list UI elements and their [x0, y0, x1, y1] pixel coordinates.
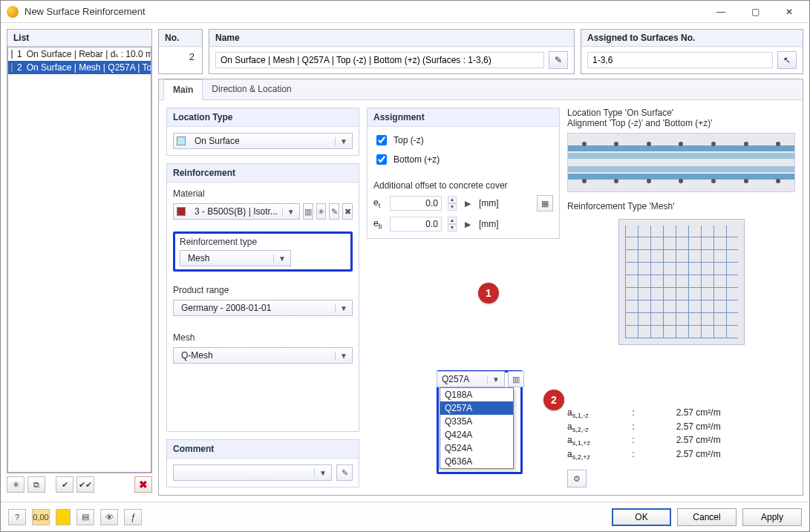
- arrow-icon: ▶: [463, 195, 473, 211]
- mesh-type-caption: Reinforcement Type 'Mesh': [567, 201, 795, 211]
- view-button[interactable]: 👁: [100, 509, 118, 525]
- mesh-code-combo[interactable]: Q257A ▼: [437, 371, 505, 387]
- layers-button[interactable]: ▤: [76, 509, 94, 525]
- material-delete-button[interactable]: ✖: [342, 203, 353, 220]
- mesh-diagram: [618, 219, 745, 345]
- mesh-option[interactable]: Q524A: [440, 441, 513, 455]
- units-button[interactable]: 0,00: [32, 509, 50, 525]
- eb-step-up[interactable]: ▲: [448, 217, 457, 224]
- as-values: as,1,-z:2.57 cm²/m as,2,-z:2.57 cm²/m as…: [567, 407, 795, 461]
- material-edit-button[interactable]: ✎: [329, 203, 339, 220]
- et-input[interactable]: 0.0: [390, 196, 442, 211]
- material-new-button[interactable]: ✳: [316, 203, 327, 220]
- et-step-down[interactable]: ▼: [448, 203, 457, 211]
- mesh-option[interactable]: Q335A: [440, 415, 513, 428]
- chevron-down-icon: ▼: [314, 469, 331, 477]
- delete-item-button[interactable]: ✖: [134, 476, 152, 493]
- chevron-down-icon: ▼: [335, 304, 352, 312]
- apply-button[interactable]: Apply: [742, 508, 802, 526]
- list-toolbar: ✳ ⧉ ✔ ✔✔ ✖: [7, 473, 152, 496]
- list-item[interactable]: 2 On Surface | Mesh | Q257A | Top: [8, 61, 151, 74]
- details-button[interactable]: ⚙: [567, 470, 587, 487]
- close-button[interactable]: ✕: [772, 1, 806, 22]
- color-swatch: [177, 207, 186, 216]
- new-item-button[interactable]: ✳: [7, 476, 25, 493]
- assigned-panel: Assigned to Surfaces No. ↖: [581, 29, 803, 74]
- comment-edit-button[interactable]: ✎: [336, 464, 353, 481]
- reinforcement-type-highlight: Reinforcement type Mesh ▼: [173, 231, 353, 272]
- tab-main[interactable]: Main: [163, 79, 203, 100]
- chevron-down-icon: ▼: [273, 254, 290, 263]
- product-range-combo[interactable]: Germany - 2008-01-01 ▼: [173, 300, 353, 316]
- color-swatch: [11, 50, 13, 59]
- ok-button[interactable]: OK: [612, 508, 671, 526]
- mesh-option[interactable]: Q636A: [440, 455, 513, 468]
- color-swatch: [11, 63, 13, 72]
- comment-header: Comment: [167, 440, 359, 459]
- product-range-label: Product range: [173, 285, 353, 295]
- no-value: 2: [159, 47, 202, 67]
- location-type-combo[interactable]: On Surface ▼: [173, 133, 353, 149]
- location-type-group: Location Type On Surface ▼: [166, 108, 359, 156]
- pick-surfaces-button[interactable]: ↖: [777, 51, 797, 69]
- cancel-button[interactable]: Cancel: [677, 508, 736, 526]
- no-header: No.: [159, 30, 202, 47]
- help-button[interactable]: ?: [8, 509, 26, 525]
- alignment-caption: Alignment 'Top (-z)' and 'Bottom (+z)': [567, 118, 795, 128]
- top-checkbox[interactable]: Top (-z): [373, 133, 553, 148]
- mesh-option[interactable]: Q257A: [440, 401, 513, 415]
- list-header: List: [7, 30, 151, 47]
- material-label: Material: [173, 188, 353, 199]
- mesh-option[interactable]: Q188A: [440, 388, 513, 401]
- annotation-badge-2: 2: [543, 390, 564, 410]
- offset-details-button[interactable]: ▦: [537, 195, 553, 211]
- list-box[interactable]: 1 On Surface | Rebar | dₛ : 10.0 mm 2 On…: [7, 47, 151, 473]
- window-title: New Surface Reinforcement: [25, 6, 704, 17]
- maximize-button[interactable]: ▢: [738, 1, 772, 22]
- comment-combo[interactable]: ▼: [173, 464, 332, 481]
- name-panel: Name ✎: [209, 29, 575, 74]
- location-type-caption: Location Type 'On Surface': [567, 108, 795, 118]
- mesh-library-button[interactable]: ▥: [508, 371, 524, 387]
- bottom-checkbox[interactable]: Bottom (+z): [373, 152, 553, 167]
- section-diagram: [567, 133, 795, 192]
- edit-name-button[interactable]: ✎: [549, 51, 568, 69]
- assignment-group: Assignment Top (-z) Bottom (+z): [367, 108, 560, 239]
- tab-direction-location[interactable]: Direction & Location: [203, 79, 300, 99]
- mesh-option[interactable]: Q424A: [440, 428, 513, 441]
- eb-step-down[interactable]: ▼: [448, 224, 457, 231]
- mesh-type-combo[interactable]: Q-Mesh ▼: [173, 347, 353, 364]
- check-button[interactable]: ✔: [56, 476, 74, 493]
- mesh-code-dropdown[interactable]: Q188A Q257A Q335A Q424A Q524A Q636A: [440, 387, 514, 469]
- annotation-badge-1: 1: [478, 283, 499, 303]
- assigned-header: Assigned to Surfaces No.: [581, 30, 803, 47]
- color-swatch: [177, 137, 186, 145]
- dialog-footer: ? 0,00 ▤ 👁 ƒ OK Cancel Apply: [1, 502, 809, 531]
- script-button[interactable]: ƒ: [124, 509, 142, 525]
- copy-item-button[interactable]: ⧉: [27, 476, 45, 493]
- reinforcement-header: Reinforcement: [167, 164, 359, 183]
- chevron-down-icon: ▼: [487, 375, 504, 384]
- assigned-input[interactable]: [587, 52, 773, 68]
- color-button[interactable]: [56, 509, 71, 525]
- reinforcement-type-combo[interactable]: Mesh ▼: [180, 250, 291, 266]
- check-all-button[interactable]: ✔✔: [76, 476, 94, 493]
- minimize-button[interactable]: —: [704, 1, 738, 22]
- chevron-down-icon: ▼: [335, 137, 352, 145]
- et-step-up[interactable]: ▲: [448, 196, 457, 203]
- material-library-button[interactable]: ▥: [303, 203, 313, 220]
- tab-bar: Main Direction & Location: [159, 79, 803, 100]
- location-type-header: Location Type: [167, 108, 359, 127]
- mesh-label: Mesh: [173, 332, 353, 343]
- reinforcement-type-label: Reinforcement type: [180, 237, 346, 247]
- app-icon: [7, 6, 19, 18]
- assignment-header: Assignment: [368, 108, 559, 127]
- list-item[interactable]: 1 On Surface | Rebar | dₛ : 10.0 mm: [8, 47, 151, 61]
- eb-input[interactable]: 0.0: [390, 217, 442, 231]
- reinforcement-group: Reinforcement Material 3 - B500S(B) | Is…: [166, 163, 359, 432]
- offset-label: Additional offset to concrete cover: [373, 180, 553, 191]
- material-combo[interactable]: 3 - B500S(B) | Isotr... ▼: [173, 203, 300, 220]
- name-input[interactable]: [215, 52, 544, 68]
- arrow-icon: ▶: [463, 216, 473, 232]
- chevron-down-icon: ▼: [282, 208, 299, 216]
